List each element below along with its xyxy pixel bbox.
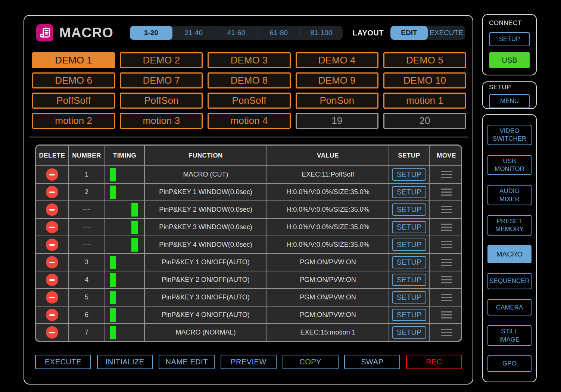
execute-button[interactable]: EXECUTE: [35, 355, 91, 369]
minus-icon[interactable]: [46, 309, 58, 321]
tab-21-40[interactable]: 21-40: [172, 26, 215, 40]
macro-slot-9[interactable]: DEMO 9: [296, 72, 378, 88]
timing-indicator: [105, 254, 144, 271]
macro-slot-6[interactable]: DEMO 6: [32, 72, 115, 88]
step-number: 2: [69, 184, 105, 200]
setup-button[interactable]: SETUP: [392, 326, 427, 339]
setup-button[interactable]: SETUP: [392, 291, 427, 304]
usb-status-button[interactable]: USB: [489, 52, 530, 68]
setup-cell: SETUP: [389, 254, 429, 271]
step-number: ---: [69, 236, 105, 253]
nav-camera[interactable]: CAMERA: [487, 299, 532, 315]
connect-setup-button[interactable]: SETUP: [489, 32, 530, 46]
timing-indicator: [105, 236, 144, 253]
step-function: PinP&KEY 2 WINDOW(0.0sec): [145, 201, 267, 218]
mode-execute[interactable]: EXECUTE: [428, 26, 465, 40]
tab-1-20[interactable]: 1-20: [130, 26, 172, 40]
delete-button[interactable]: [36, 289, 68, 306]
drag-handle-icon[interactable]: [441, 171, 452, 178]
col-number: NUMBER: [69, 146, 105, 165]
preview-button[interactable]: PREVIEW: [221, 355, 277, 369]
nav-sequencer[interactable]: SEQUENCER: [487, 273, 532, 289]
nav-usb-monitor[interactable]: USB MONITOR: [487, 155, 532, 175]
minus-icon[interactable]: [46, 203, 58, 216]
swap-button[interactable]: SWAP: [344, 355, 400, 369]
drag-handle-icon[interactable]: [441, 294, 452, 301]
minus-icon[interactable]: [46, 168, 58, 181]
macro-slot-8[interactable]: DEMO 8: [208, 72, 290, 88]
setup-button[interactable]: SETUP: [392, 239, 427, 251]
macro-slot-2[interactable]: DEMO 2: [120, 52, 203, 68]
setup-button[interactable]: SETUP: [392, 256, 427, 268]
move-cell: [430, 236, 462, 253]
drag-handle-icon[interactable]: [441, 329, 452, 336]
nav-gpo[interactable]: GPO: [487, 355, 532, 372]
minus-icon[interactable]: [46, 239, 58, 251]
macro-slot-10[interactable]: DEMO 10: [383, 72, 466, 88]
macro-slot-14[interactable]: PonSon: [296, 93, 378, 109]
move-cell: [430, 166, 462, 183]
setup-button[interactable]: SETUP: [392, 274, 427, 286]
delete-button[interactable]: [36, 201, 68, 218]
name-edit-button[interactable]: NAME EDIT: [159, 355, 215, 369]
drag-handle-icon[interactable]: [441, 276, 452, 283]
macro-slot-4[interactable]: DEMO 4: [296, 52, 378, 68]
minus-icon[interactable]: [46, 186, 58, 198]
nav-macro[interactable]: MACRO: [487, 245, 532, 263]
drag-handle-icon[interactable]: [441, 224, 452, 231]
nav-audio-mixer[interactable]: AUDIO MIXER: [487, 185, 532, 205]
move-cell: [430, 271, 462, 288]
initialize-button[interactable]: INITIALIZE: [97, 355, 153, 369]
menu-button[interactable]: MENU: [489, 94, 530, 108]
macro-slot-7[interactable]: DEMO 7: [120, 72, 203, 88]
tab-81-100[interactable]: 81-100: [300, 26, 343, 40]
macro-slot-1[interactable]: DEMO 1: [32, 52, 115, 68]
nav-preset-memory[interactable]: PRESET MEMORY: [487, 215, 532, 236]
drag-handle-icon[interactable]: [441, 259, 452, 266]
timing-indicator: [105, 166, 144, 183]
macro-slot-11[interactable]: PoffSoff: [32, 93, 115, 109]
delete-button[interactable]: [36, 184, 68, 200]
minus-icon[interactable]: [46, 221, 58, 233]
move-cell: [430, 289, 462, 306]
setup-button[interactable]: SETUP: [392, 221, 427, 233]
minus-icon[interactable]: [46, 291, 58, 304]
minus-icon[interactable]: [46, 256, 58, 268]
macro-slot-5[interactable]: DEMO 5: [383, 52, 466, 68]
drag-handle-icon[interactable]: [441, 189, 452, 196]
macro-slot-17[interactable]: motion 3: [120, 113, 203, 129]
drag-handle-icon[interactable]: [441, 206, 452, 213]
macro-slot-19[interactable]: 19: [296, 113, 378, 129]
setup-button[interactable]: SETUP: [392, 309, 427, 321]
delete-button[interactable]: [36, 271, 68, 288]
copy-button[interactable]: COPY: [283, 355, 339, 369]
macro-slot-18[interactable]: motion 4: [208, 113, 290, 129]
delete-button[interactable]: [36, 307, 68, 323]
delete-button[interactable]: [36, 166, 68, 183]
minus-icon[interactable]: [46, 326, 58, 339]
delete-button[interactable]: [36, 219, 68, 236]
setup-button[interactable]: SETUP: [392, 186, 427, 198]
nav-video-switcher[interactable]: VIDEO SWITCHER: [487, 125, 532, 145]
tab-61-80[interactable]: 61-80: [258, 26, 300, 40]
drag-handle-icon[interactable]: [441, 311, 452, 318]
macro-slot-15[interactable]: motion 1: [383, 93, 466, 109]
minus-icon[interactable]: [46, 274, 58, 286]
macro-slot-12[interactable]: PoffSon: [120, 93, 203, 109]
step-function: PinP&KEY 3 WINDOW(0.0sec): [145, 219, 267, 236]
nav-still-image[interactable]: STILL IMAGE: [487, 325, 532, 346]
delete-button[interactable]: [36, 324, 68, 341]
delete-button[interactable]: [36, 254, 68, 271]
setup-cell: SETUP: [389, 324, 429, 341]
macro-slot-3[interactable]: DEMO 3: [208, 52, 290, 68]
macro-slot-16[interactable]: motion 2: [32, 113, 115, 129]
rec-button[interactable]: REC: [406, 355, 462, 369]
drag-handle-icon[interactable]: [441, 241, 452, 248]
setup-button[interactable]: SETUP: [392, 203, 427, 216]
mode-edit[interactable]: EDIT: [390, 26, 428, 40]
delete-button[interactable]: [36, 236, 68, 253]
tab-41-60[interactable]: 41-60: [215, 26, 258, 40]
macro-slot-13[interactable]: PonSoff: [208, 93, 290, 109]
setup-button[interactable]: SETUP: [392, 168, 427, 181]
macro-slot-20[interactable]: 20: [383, 113, 466, 129]
